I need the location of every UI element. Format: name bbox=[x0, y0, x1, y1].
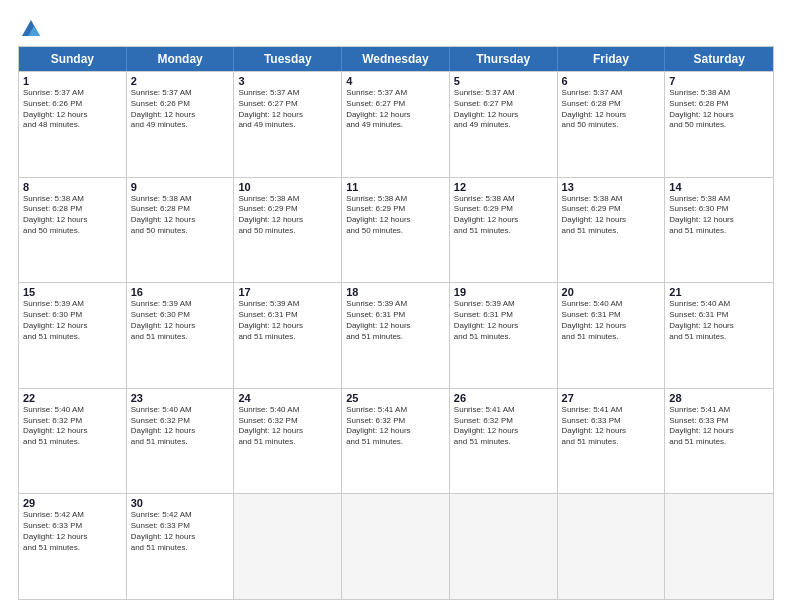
cal-week-1: 1Sunrise: 5:37 AMSunset: 6:26 PMDaylight… bbox=[19, 71, 773, 177]
calendar: SundayMondayTuesdayWednesdayThursdayFrid… bbox=[18, 46, 774, 600]
cal-cell: 16Sunrise: 5:39 AMSunset: 6:30 PMDayligh… bbox=[127, 283, 235, 388]
cal-cell: 6Sunrise: 5:37 AMSunset: 6:28 PMDaylight… bbox=[558, 72, 666, 177]
day-info: Sunrise: 5:40 AMSunset: 6:31 PMDaylight:… bbox=[562, 299, 661, 342]
cal-cell: 29Sunrise: 5:42 AMSunset: 6:33 PMDayligh… bbox=[19, 494, 127, 599]
day-info: Sunrise: 5:42 AMSunset: 6:33 PMDaylight:… bbox=[131, 510, 230, 553]
day-info: Sunrise: 5:38 AMSunset: 6:28 PMDaylight:… bbox=[23, 194, 122, 237]
day-number: 13 bbox=[562, 181, 661, 193]
day-info: Sunrise: 5:37 AMSunset: 6:28 PMDaylight:… bbox=[562, 88, 661, 131]
day-info: Sunrise: 5:41 AMSunset: 6:32 PMDaylight:… bbox=[454, 405, 553, 448]
cal-cell: 26Sunrise: 5:41 AMSunset: 6:32 PMDayligh… bbox=[450, 389, 558, 494]
cal-cell bbox=[450, 494, 558, 599]
day-info: Sunrise: 5:37 AMSunset: 6:27 PMDaylight:… bbox=[346, 88, 445, 131]
day-number: 22 bbox=[23, 392, 122, 404]
day-info: Sunrise: 5:38 AMSunset: 6:29 PMDaylight:… bbox=[346, 194, 445, 237]
cal-cell: 30Sunrise: 5:42 AMSunset: 6:33 PMDayligh… bbox=[127, 494, 235, 599]
day-number: 8 bbox=[23, 181, 122, 193]
day-info: Sunrise: 5:38 AMSunset: 6:28 PMDaylight:… bbox=[669, 88, 769, 131]
header-day-tuesday: Tuesday bbox=[234, 47, 342, 71]
day-info: Sunrise: 5:37 AMSunset: 6:27 PMDaylight:… bbox=[238, 88, 337, 131]
day-number: 6 bbox=[562, 75, 661, 87]
cal-cell: 21Sunrise: 5:40 AMSunset: 6:31 PMDayligh… bbox=[665, 283, 773, 388]
day-info: Sunrise: 5:38 AMSunset: 6:29 PMDaylight:… bbox=[238, 194, 337, 237]
header-day-thursday: Thursday bbox=[450, 47, 558, 71]
cal-cell: 19Sunrise: 5:39 AMSunset: 6:31 PMDayligh… bbox=[450, 283, 558, 388]
header-day-sunday: Sunday bbox=[19, 47, 127, 71]
day-number: 25 bbox=[346, 392, 445, 404]
day-info: Sunrise: 5:40 AMSunset: 6:32 PMDaylight:… bbox=[131, 405, 230, 448]
day-info: Sunrise: 5:37 AMSunset: 6:26 PMDaylight:… bbox=[23, 88, 122, 131]
header bbox=[18, 18, 774, 36]
day-number: 4 bbox=[346, 75, 445, 87]
day-number: 18 bbox=[346, 286, 445, 298]
cal-week-3: 15Sunrise: 5:39 AMSunset: 6:30 PMDayligh… bbox=[19, 282, 773, 388]
day-number: 21 bbox=[669, 286, 769, 298]
day-info: Sunrise: 5:39 AMSunset: 6:30 PMDaylight:… bbox=[131, 299, 230, 342]
logo bbox=[18, 18, 42, 36]
cal-cell: 20Sunrise: 5:40 AMSunset: 6:31 PMDayligh… bbox=[558, 283, 666, 388]
logo-icon bbox=[20, 18, 42, 40]
day-number: 1 bbox=[23, 75, 122, 87]
day-info: Sunrise: 5:39 AMSunset: 6:30 PMDaylight:… bbox=[23, 299, 122, 342]
cal-cell: 3Sunrise: 5:37 AMSunset: 6:27 PMDaylight… bbox=[234, 72, 342, 177]
cal-cell: 10Sunrise: 5:38 AMSunset: 6:29 PMDayligh… bbox=[234, 178, 342, 283]
day-info: Sunrise: 5:40 AMSunset: 6:32 PMDaylight:… bbox=[23, 405, 122, 448]
cal-cell: 7Sunrise: 5:38 AMSunset: 6:28 PMDaylight… bbox=[665, 72, 773, 177]
day-number: 30 bbox=[131, 497, 230, 509]
day-info: Sunrise: 5:39 AMSunset: 6:31 PMDaylight:… bbox=[346, 299, 445, 342]
day-info: Sunrise: 5:38 AMSunset: 6:29 PMDaylight:… bbox=[454, 194, 553, 237]
cal-cell bbox=[558, 494, 666, 599]
day-info: Sunrise: 5:39 AMSunset: 6:31 PMDaylight:… bbox=[454, 299, 553, 342]
day-number: 24 bbox=[238, 392, 337, 404]
day-number: 9 bbox=[131, 181, 230, 193]
day-number: 15 bbox=[23, 286, 122, 298]
day-number: 27 bbox=[562, 392, 661, 404]
day-number: 5 bbox=[454, 75, 553, 87]
cal-cell: 15Sunrise: 5:39 AMSunset: 6:30 PMDayligh… bbox=[19, 283, 127, 388]
header-day-monday: Monday bbox=[127, 47, 235, 71]
day-info: Sunrise: 5:41 AMSunset: 6:33 PMDaylight:… bbox=[669, 405, 769, 448]
day-info: Sunrise: 5:41 AMSunset: 6:32 PMDaylight:… bbox=[346, 405, 445, 448]
day-number: 3 bbox=[238, 75, 337, 87]
day-number: 26 bbox=[454, 392, 553, 404]
header-day-saturday: Saturday bbox=[665, 47, 773, 71]
cal-cell: 28Sunrise: 5:41 AMSunset: 6:33 PMDayligh… bbox=[665, 389, 773, 494]
cal-cell: 5Sunrise: 5:37 AMSunset: 6:27 PMDaylight… bbox=[450, 72, 558, 177]
cal-cell bbox=[342, 494, 450, 599]
day-number: 2 bbox=[131, 75, 230, 87]
day-info: Sunrise: 5:38 AMSunset: 6:30 PMDaylight:… bbox=[669, 194, 769, 237]
day-info: Sunrise: 5:37 AMSunset: 6:27 PMDaylight:… bbox=[454, 88, 553, 131]
page: SundayMondayTuesdayWednesdayThursdayFrid… bbox=[0, 0, 792, 612]
day-info: Sunrise: 5:42 AMSunset: 6:33 PMDaylight:… bbox=[23, 510, 122, 553]
cal-cell: 8Sunrise: 5:38 AMSunset: 6:28 PMDaylight… bbox=[19, 178, 127, 283]
day-number: 19 bbox=[454, 286, 553, 298]
day-number: 10 bbox=[238, 181, 337, 193]
day-number: 11 bbox=[346, 181, 445, 193]
calendar-body: 1Sunrise: 5:37 AMSunset: 6:26 PMDaylight… bbox=[19, 71, 773, 599]
day-number: 16 bbox=[131, 286, 230, 298]
header-day-wednesday: Wednesday bbox=[342, 47, 450, 71]
day-number: 20 bbox=[562, 286, 661, 298]
day-number: 7 bbox=[669, 75, 769, 87]
cal-cell: 9Sunrise: 5:38 AMSunset: 6:28 PMDaylight… bbox=[127, 178, 235, 283]
cal-cell: 1Sunrise: 5:37 AMSunset: 6:26 PMDaylight… bbox=[19, 72, 127, 177]
cal-cell: 25Sunrise: 5:41 AMSunset: 6:32 PMDayligh… bbox=[342, 389, 450, 494]
cal-week-4: 22Sunrise: 5:40 AMSunset: 6:32 PMDayligh… bbox=[19, 388, 773, 494]
cal-cell: 17Sunrise: 5:39 AMSunset: 6:31 PMDayligh… bbox=[234, 283, 342, 388]
cal-cell: 14Sunrise: 5:38 AMSunset: 6:30 PMDayligh… bbox=[665, 178, 773, 283]
day-number: 17 bbox=[238, 286, 337, 298]
day-number: 28 bbox=[669, 392, 769, 404]
cal-cell: 4Sunrise: 5:37 AMSunset: 6:27 PMDaylight… bbox=[342, 72, 450, 177]
day-info: Sunrise: 5:38 AMSunset: 6:29 PMDaylight:… bbox=[562, 194, 661, 237]
day-number: 29 bbox=[23, 497, 122, 509]
day-info: Sunrise: 5:37 AMSunset: 6:26 PMDaylight:… bbox=[131, 88, 230, 131]
day-number: 12 bbox=[454, 181, 553, 193]
cal-cell: 23Sunrise: 5:40 AMSunset: 6:32 PMDayligh… bbox=[127, 389, 235, 494]
day-info: Sunrise: 5:40 AMSunset: 6:31 PMDaylight:… bbox=[669, 299, 769, 342]
calendar-header: SundayMondayTuesdayWednesdayThursdayFrid… bbox=[19, 47, 773, 71]
cal-cell: 27Sunrise: 5:41 AMSunset: 6:33 PMDayligh… bbox=[558, 389, 666, 494]
cal-cell: 2Sunrise: 5:37 AMSunset: 6:26 PMDaylight… bbox=[127, 72, 235, 177]
header-day-friday: Friday bbox=[558, 47, 666, 71]
day-info: Sunrise: 5:38 AMSunset: 6:28 PMDaylight:… bbox=[131, 194, 230, 237]
cal-cell: 18Sunrise: 5:39 AMSunset: 6:31 PMDayligh… bbox=[342, 283, 450, 388]
